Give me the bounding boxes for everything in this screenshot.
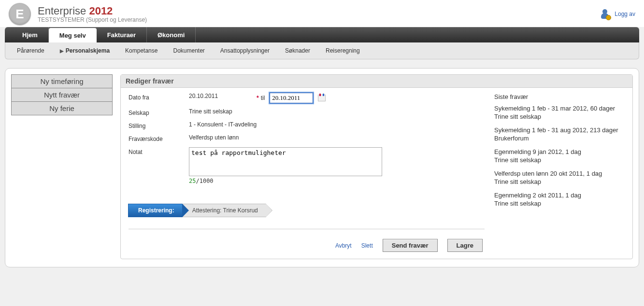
subnav-reiseregning[interactable]: Reiseregning <box>319 45 367 56</box>
workflow-step-attestering[interactable]: Attestering: Trine Korsrud <box>182 204 266 217</box>
app-header: Enterprise 2012 TESTSYSTEMER (Support og… <box>0 0 644 27</box>
form-card: Rediger fravær Dato fra 20.10.2011 *til … <box>120 74 633 259</box>
history-sidebar: Siste fravær Sykemelding 1 feb - 31 mar … <box>494 93 625 252</box>
value-selskap: Trine sitt selskap <box>189 108 232 115</box>
new-fravaer-button[interactable]: Nytt fravær <box>12 88 112 102</box>
form-title: Rediger fravær <box>121 75 632 88</box>
subnav-dokumenter[interactable]: Dokumenter <box>166 45 211 56</box>
label-selskap: Selskap <box>129 108 189 116</box>
counter-current: 25 <box>189 178 196 184</box>
divider <box>129 229 485 229</box>
history-line2: Trine sitt selskap <box>494 199 625 208</box>
label-stilling: Stilling <box>129 121 189 129</box>
history-line1: Sykemelding 1 feb - 31 aug 2012, 213 dag… <box>494 126 625 135</box>
label-dato-fra: Dato fra <box>129 93 189 101</box>
brand-year: 2012 <box>89 5 113 17</box>
subnav-parorende[interactable]: Pårørende <box>10 45 51 56</box>
subnav-kompetanse[interactable]: Kompetanse <box>118 45 164 56</box>
send-fravaer-button[interactable]: Send fravær <box>383 239 438 252</box>
top-nav: Hjem Meg selv Fakturaer Økonomi <box>5 27 639 42</box>
header-right: Logg av <box>599 8 635 20</box>
user-settings-icon[interactable] <box>599 8 611 20</box>
left-actions: Ny timeføring Nytt fravær Ny ferie <box>11 74 113 115</box>
tab-meg-selv[interactable]: Meg selv <box>49 28 97 42</box>
brand-text: Enterprise 2012 TESTSYSTEMER (Support og… <box>38 5 147 23</box>
workflow: Registrering: Attestering: Trine Korsrud <box>129 204 485 217</box>
workflow-step-label: Registrering: <box>138 207 174 214</box>
logo-icon <box>9 3 31 25</box>
brand-sub: TESTSYSTEMER (Support og Leveranse) <box>38 16 147 23</box>
history-item: Sykemelding 1 feb - 31 aug 2012, 213 dag… <box>494 126 625 143</box>
brand: Enterprise 2012 TESTSYSTEMER (Support og… <box>9 3 147 25</box>
subnav-label: Pårørende <box>17 47 44 54</box>
subnav-personalskjema[interactable]: ▶ Personalskjema <box>53 45 116 56</box>
sub-nav: Pårørende ▶ Personalskjema Kompetanse Do… <box>5 42 639 59</box>
label-fravaerskode: Fraværskode <box>129 134 189 142</box>
tab-fakturaer[interactable]: Fakturaer <box>97 27 147 42</box>
value-fravaerskode: Velferdsp uten lønn <box>189 134 239 141</box>
history-item: Egenmelding 2 okt 2011, 1 dag Trine sitt… <box>494 191 625 208</box>
label-notat: Notat <box>129 147 189 155</box>
value-stilling: 1 - Konsulent - IT-avdeling <box>189 121 257 128</box>
notat-counter: 25/1000 <box>189 178 382 184</box>
history-line2: Brukerforum <box>494 134 625 143</box>
history-line1: Sykemelding 1 feb - 31 mar 2012, 60 dage… <box>494 104 625 113</box>
til-date-input[interactable] <box>270 93 313 103</box>
workflow-step-registrering[interactable]: Registrering: <box>128 204 183 217</box>
value-dato-fra: 20.10.2011 <box>189 93 257 99</box>
brand-main: Enterprise <box>38 5 86 17</box>
logout-link[interactable]: Logg av <box>615 11 635 17</box>
history-item: Sykemelding 1 feb - 31 mar 2012, 60 dage… <box>494 104 625 121</box>
slett-link[interactable]: Slett <box>361 242 373 249</box>
history-line1: Egenmelding 2 okt 2011, 1 dag <box>494 191 625 200</box>
history-line1: Velferdsp uten lønn 20 okt 2011, 1 dag <box>494 169 625 178</box>
history-item: Egenmelding 9 jan 2012, 1 dag Trine sitt… <box>494 148 625 165</box>
form-fields: Dato fra 20.10.2011 *til Selskap Trine s… <box>129 93 485 252</box>
caret-right-icon: ▶ <box>60 48 64 54</box>
avbryt-link[interactable]: Avbryt <box>335 242 352 249</box>
calendar-icon[interactable] <box>318 95 326 101</box>
notat-textarea[interactable] <box>189 147 382 176</box>
tab-hjem[interactable]: Hjem <box>12 27 49 42</box>
history-item: Velferdsp uten lønn 20 okt 2011, 1 dag T… <box>494 169 625 186</box>
new-timeforing-button[interactable]: Ny timeføring <box>12 75 112 88</box>
history-line2: Trine sitt selskap <box>494 178 625 186</box>
subnav-label: Personalskjema <box>66 47 110 54</box>
required-marker: * <box>257 95 259 101</box>
subnav-soknader[interactable]: Søknader <box>278 45 317 56</box>
history-line2: Trine sitt selskap <box>494 156 625 165</box>
history-line1: Egenmelding 9 jan 2012, 1 dag <box>494 148 625 156</box>
subnav-ansattopplysninger[interactable]: Ansattopplysninger <box>214 45 276 56</box>
main-panel: Ny timeføring Nytt fravær Ny ferie Redig… <box>5 68 639 267</box>
label-til: til <box>261 95 265 101</box>
counter-max: /1000 <box>196 178 213 184</box>
form-footer: Avbryt Slett Send fravær Lagre <box>129 239 485 252</box>
history-line2: Trine sitt selskap <box>494 112 625 121</box>
new-ferie-button[interactable]: Ny ferie <box>12 102 112 115</box>
tab-okonomi[interactable]: Økonomi <box>147 27 196 42</box>
history-title: Siste fravær <box>494 93 625 101</box>
workflow-step-label: Attestering: Trine Korsrud <box>192 207 258 214</box>
lagre-button[interactable]: Lagre <box>447 239 483 252</box>
